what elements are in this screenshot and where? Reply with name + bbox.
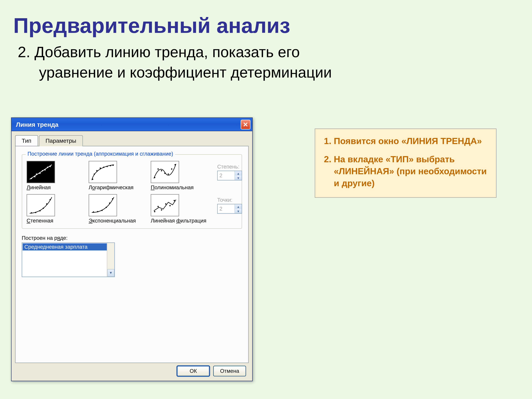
dialog-titlebar[interactable]: Линия тренда ✕: [12, 118, 252, 131]
dialog-title: Линия тренда: [16, 121, 58, 128]
trendline-dialog: Линия тренда ✕ Тип Параметры Построение …: [11, 117, 253, 381]
svg-point-29: [50, 199, 51, 200]
points-spinner[interactable]: ▲ ▼: [217, 204, 242, 214]
slide-subtitle: 2. Добавить линию тренда, показать его у…: [0, 38, 532, 83]
option-poly[interactable]: [151, 161, 179, 183]
svg-point-27: [43, 208, 44, 209]
svg-point-23: [175, 164, 176, 165]
svg-point-41: [174, 200, 175, 201]
instruction-callout: Появится окно «ЛИНИЯ ТРЕНДА» На вкладке …: [315, 129, 496, 198]
option-linear[interactable]: [27, 161, 55, 183]
tab-type[interactable]: Тип: [15, 135, 38, 146]
close-icon: ✕: [243, 121, 248, 128]
svg-point-10: [94, 173, 95, 175]
label-exp: Экспоненциальная: [89, 218, 136, 224]
power-icon: [27, 195, 55, 216]
svg-point-14: [106, 166, 108, 167]
subtitle-line2: уравнение и коэффициент детерминации: [18, 63, 519, 83]
degree-spinner[interactable]: ▲ ▼: [217, 171, 242, 180]
svg-point-39: [165, 203, 166, 205]
svg-point-17: [154, 177, 155, 178]
svg-point-34: [109, 203, 110, 204]
note-item-1: Появится окно «ЛИНИЯ ТРЕНДА»: [334, 135, 489, 147]
cancel-button[interactable]: Отмена: [213, 366, 246, 376]
svg-point-21: [168, 173, 169, 175]
slide-title: Предварительный анализ: [0, 0, 532, 38]
note-item-2: На вкладке «ТИП» выбрать «ЛИНЕЙНАЯ» (при…: [334, 153, 489, 189]
degree-down-icon[interactable]: ▼: [235, 176, 241, 180]
ok-button[interactable]: ОК: [177, 366, 210, 376]
svg-point-6: [44, 169, 46, 171]
label-linear: Линейная: [27, 184, 51, 191]
degree-up-icon[interactable]: ▲: [235, 171, 241, 176]
svg-point-35: [112, 198, 113, 200]
series-label: Построен на ряде:: [22, 235, 242, 241]
degree-input[interactable]: [218, 171, 234, 180]
svg-line-0: [30, 165, 52, 179]
svg-point-31: [97, 211, 98, 212]
tab-panel-type: Построение линии тренда (аппроксимация и…: [15, 146, 249, 363]
svg-point-22: [171, 168, 172, 170]
svg-point-2: [34, 176, 36, 177]
svg-point-1: [31, 178, 32, 179]
movavg-icon: [151, 195, 179, 216]
svg-point-9: [92, 179, 93, 180]
exp-icon: [89, 195, 117, 216]
svg-point-32: [101, 210, 103, 211]
svg-point-30: [93, 211, 94, 213]
listbox-scrollbar[interactable]: ▼: [107, 243, 114, 277]
label-poly: Полиномиальная: [151, 184, 194, 191]
svg-point-13: [103, 167, 104, 168]
log-icon: [89, 161, 117, 183]
degree-label: Степень:: [217, 164, 242, 170]
trend-type-group: Построение линии тренда (аппроксимация и…: [22, 154, 242, 229]
points-input[interactable]: [218, 204, 234, 213]
svg-point-19: [161, 170, 162, 171]
svg-point-40: [169, 205, 171, 206]
svg-point-24: [31, 212, 32, 214]
scroll-down-icon[interactable]: ▼: [107, 269, 114, 277]
close-button[interactable]: ✕: [241, 120, 250, 129]
svg-point-5: [42, 170, 43, 171]
svg-point-18: [158, 168, 159, 170]
option-log[interactable]: [89, 161, 117, 183]
label-power: Степенная: [27, 218, 53, 224]
svg-point-38: [161, 209, 162, 211]
tab-params[interactable]: Параметры: [39, 135, 83, 146]
label-movavg: Линейная фильтрация: [151, 218, 206, 224]
points-down-icon[interactable]: ▼: [235, 209, 241, 213]
poly-icon: [151, 161, 179, 183]
svg-point-7: [47, 167, 48, 168]
svg-point-16: [112, 165, 114, 166]
svg-point-20: [164, 173, 165, 174]
svg-point-4: [39, 173, 41, 174]
svg-point-3: [36, 173, 37, 175]
svg-point-36: [154, 211, 155, 212]
label-log: Логарифмическая: [89, 184, 133, 191]
linear-icon: [27, 161, 55, 183]
group-title: Построение линии тренда (аппроксимация и…: [26, 151, 175, 157]
svg-point-25: [35, 212, 36, 213]
svg-point-37: [158, 206, 159, 207]
svg-point-33: [106, 207, 107, 208]
svg-point-11: [96, 170, 98, 171]
points-label: Точки:: [217, 197, 242, 203]
svg-point-26: [39, 210, 41, 211]
series-item-selected[interactable]: Среднедневная зарплата: [23, 243, 114, 250]
option-power[interactable]: [27, 194, 55, 216]
svg-point-8: [50, 166, 51, 167]
svg-point-12: [100, 168, 101, 169]
series-listbox[interactable]: Среднедневная зарплата ▼: [22, 242, 115, 277]
points-up-icon[interactable]: ▲: [235, 204, 241, 209]
option-exp[interactable]: [89, 194, 117, 216]
svg-point-15: [110, 165, 111, 166]
dialog-tabs: Тип Параметры: [15, 135, 249, 146]
option-movavg[interactable]: [151, 194, 179, 216]
subtitle-line1: 2. Добавить линию тренда, показать его: [18, 44, 300, 60]
svg-point-28: [46, 203, 47, 205]
